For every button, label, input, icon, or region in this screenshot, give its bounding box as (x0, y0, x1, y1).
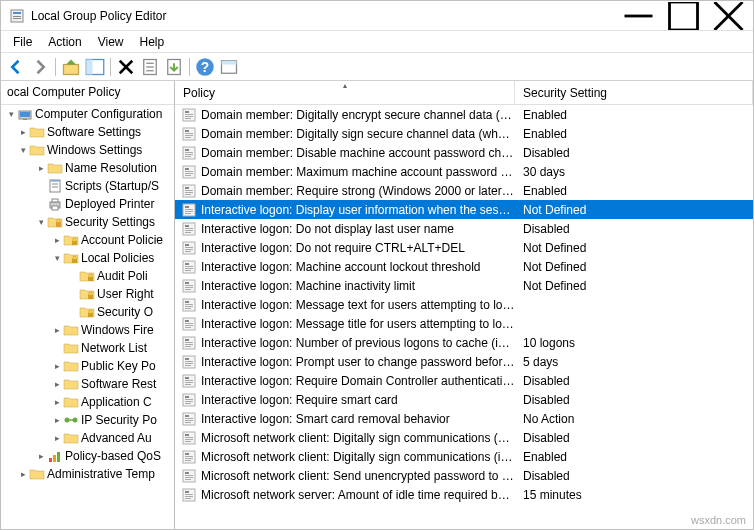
menu-help[interactable]: Help (132, 33, 173, 51)
tree-node[interactable]: ▾Local Policies (1, 249, 174, 267)
tree-node[interactable]: ▸Name Resolution (1, 159, 174, 177)
tree-node[interactable]: User Right (1, 285, 174, 303)
show-hide-tree-button[interactable] (84, 56, 106, 78)
svg-rect-94 (185, 301, 189, 303)
maximize-button[interactable] (661, 2, 706, 30)
svg-rect-76 (185, 230, 193, 231)
expand-icon[interactable]: ▸ (51, 235, 63, 245)
policy-setting-cell: Not Defined (515, 279, 753, 293)
tree-node[interactable]: ▾Computer Configuration (1, 105, 174, 123)
svg-rect-8 (64, 64, 79, 74)
policy-row[interactable]: Interactive logon: Machine inactivity li… (175, 276, 753, 295)
expand-icon[interactable]: ▸ (51, 379, 63, 389)
tree-node[interactable]: Audit Poli (1, 267, 174, 285)
menu-file[interactable]: File (5, 33, 40, 51)
policy-item-icon (181, 278, 197, 294)
minimize-button[interactable] (616, 2, 661, 30)
collapse-icon[interactable]: ▾ (35, 217, 47, 227)
tree-node[interactable]: ▸Account Policie (1, 231, 174, 249)
tree-node[interactable]: Network List (1, 339, 174, 357)
expand-icon[interactable]: ▸ (17, 127, 29, 137)
policy-row[interactable]: Domain member: Require strong (Windows 2… (175, 181, 753, 200)
tree-node[interactable]: ▾Windows Settings (1, 141, 174, 159)
export-button[interactable] (163, 56, 185, 78)
close-button[interactable] (706, 2, 751, 30)
watermark: wsxdn.com (691, 514, 746, 526)
expand-icon[interactable]: ▸ (35, 451, 47, 461)
expand-icon[interactable]: ▸ (35, 163, 47, 173)
tree-node[interactable]: ▸Application C (1, 393, 174, 411)
svg-rect-35 (88, 295, 93, 299)
policy-row[interactable]: Interactive logon: Prompt user to change… (175, 352, 753, 371)
folder-icon (63, 430, 79, 446)
expand-icon[interactable]: ▸ (51, 415, 63, 425)
collapse-icon[interactable]: ▾ (17, 145, 29, 155)
svg-rect-95 (185, 304, 193, 305)
tree-node[interactable]: ▸Policy-based QoS (1, 447, 174, 465)
tree-header[interactable]: ocal Computer Policy (1, 81, 174, 105)
collapse-icon[interactable]: ▾ (5, 109, 17, 119)
policy-row[interactable]: Interactive logon: Number of previous lo… (175, 333, 753, 352)
policy-name-cell: Domain member: Digitally encrypt secure … (201, 108, 515, 122)
tree-node[interactable]: Scripts (Startup/S (1, 177, 174, 195)
tree-node[interactable]: ▸Software Settings (1, 123, 174, 141)
tree-node[interactable]: ▸Software Rest (1, 375, 174, 393)
forward-button[interactable] (29, 56, 51, 78)
policy-row[interactable]: Domain member: Disable machine account p… (175, 143, 753, 162)
collapse-icon[interactable]: ▾ (51, 253, 63, 263)
back-button[interactable] (5, 56, 27, 78)
tree-node[interactable]: Security O (1, 303, 174, 321)
tree-node[interactable]: ▸Advanced Au (1, 429, 174, 447)
column-header-policy[interactable]: Policy ▴ (175, 81, 515, 104)
expand-icon[interactable]: ▸ (17, 469, 29, 479)
tree-node[interactable]: ▸Administrative Temp (1, 465, 174, 483)
policy-row[interactable]: Interactive logon: Require Domain Contro… (175, 371, 753, 390)
policy-row[interactable]: Domain member: Digitally encrypt secure … (175, 105, 753, 124)
policy-row[interactable]: Interactive logon: Do not display last u… (175, 219, 753, 238)
svg-rect-145 (185, 494, 193, 495)
folder-icon (63, 358, 79, 374)
filter-button[interactable] (218, 56, 240, 78)
tree-node[interactable]: ▸Windows Fire (1, 321, 174, 339)
delete-button[interactable] (115, 56, 137, 78)
policy-row[interactable]: Interactive logon: Require smart cardDis… (175, 390, 753, 409)
expand-icon[interactable]: ▸ (51, 397, 63, 407)
policy-row[interactable]: Interactive logon: Machine account locko… (175, 257, 753, 276)
svg-rect-30 (52, 206, 58, 210)
folder-icon (63, 340, 79, 356)
policy-row[interactable]: Microsoft network client: Send unencrypt… (175, 466, 753, 485)
policy-item-icon (181, 145, 197, 161)
list-header: Policy ▴ Security Setting (175, 81, 753, 105)
policy-row[interactable]: Microsoft network server: Amount of idle… (175, 485, 753, 504)
tree-node[interactable]: ▸Public Key Po (1, 357, 174, 375)
policy-row[interactable]: Microsoft network client: Digitally sign… (175, 428, 753, 447)
expand-icon[interactable]: ▸ (51, 433, 63, 443)
column-header-setting[interactable]: Security Setting (515, 81, 753, 104)
policy-row[interactable]: Interactive logon: Do not require CTRL+A… (175, 238, 753, 257)
policy-row[interactable]: Interactive logon: Message title for use… (175, 314, 753, 333)
policy-item-icon (181, 107, 197, 123)
policy-row[interactable]: Interactive logon: Message text for user… (175, 295, 753, 314)
folder-icon (29, 466, 45, 482)
expand-icon[interactable]: ▸ (51, 361, 63, 371)
menu-action[interactable]: Action (40, 33, 89, 51)
policy-row[interactable]: Interactive logon: Smart card removal be… (175, 409, 753, 428)
up-button[interactable] (60, 56, 82, 78)
svg-rect-75 (185, 228, 193, 229)
help-button[interactable]: ? (194, 56, 216, 78)
menu-view[interactable]: View (90, 33, 132, 51)
tree-node[interactable]: Deployed Printer (1, 195, 174, 213)
app-icon (9, 8, 25, 24)
tree-node[interactable]: ▾Security Settings (1, 213, 174, 231)
policy-row[interactable]: Domain member: Maximum machine account p… (175, 162, 753, 181)
properties-button[interactable] (139, 56, 161, 78)
tree-node[interactable]: ▸IP Security Po (1, 411, 174, 429)
svg-rect-71 (185, 211, 193, 212)
policy-item-icon (181, 430, 197, 446)
policy-row[interactable]: Interactive logon: Display user informat… (175, 200, 753, 219)
expand-icon[interactable]: ▸ (51, 325, 63, 335)
policy-item-icon (181, 354, 197, 370)
policy-row[interactable]: Microsoft network client: Digitally sign… (175, 447, 753, 466)
policy-row[interactable]: Domain member: Digitally sign secure cha… (175, 124, 753, 143)
svg-rect-100 (185, 323, 193, 324)
